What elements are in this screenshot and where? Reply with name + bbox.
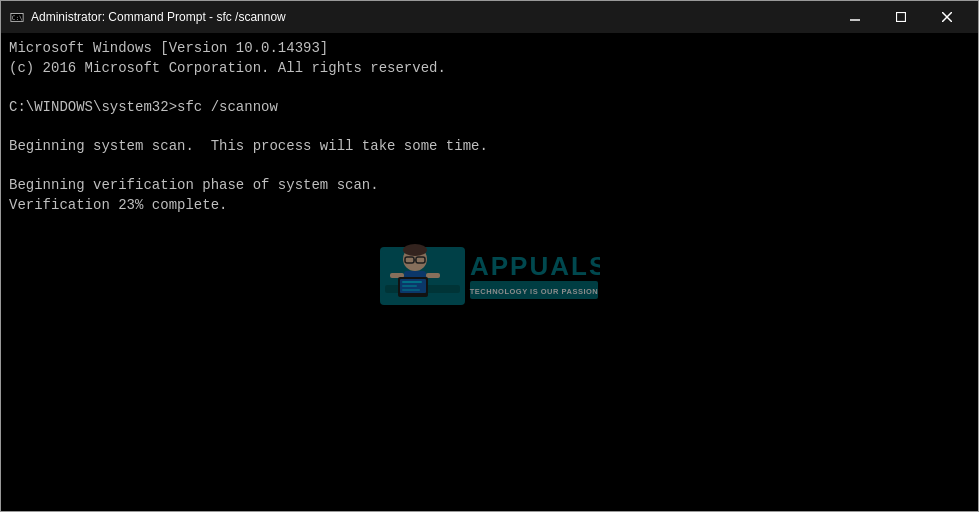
maximize-button[interactable] xyxy=(878,1,924,33)
svg-rect-8 xyxy=(385,285,460,293)
svg-rect-23 xyxy=(470,281,598,299)
svg-rect-11 xyxy=(405,257,414,263)
svg-point-9 xyxy=(403,247,427,271)
svg-rect-7 xyxy=(380,247,465,305)
console-line: Microsoft Windows [Version 10.0.14393] xyxy=(9,39,970,59)
svg-point-10 xyxy=(403,244,427,256)
svg-rect-18 xyxy=(400,279,426,293)
titlebar: C:\ Administrator: Command Prompt - sfc … xyxy=(1,1,978,33)
svg-rect-19 xyxy=(402,281,422,283)
svg-rect-20 xyxy=(402,285,417,287)
svg-rect-15 xyxy=(390,273,404,278)
console-line-empty xyxy=(9,117,970,137)
svg-rect-14 xyxy=(404,271,426,285)
console-output[interactable]: Microsoft Windows [Version 10.0.14393] (… xyxy=(1,33,978,511)
console-scan-start: Beginning system scan. This process will… xyxy=(9,137,970,157)
svg-rect-16 xyxy=(426,273,440,278)
close-button[interactable] xyxy=(924,1,970,33)
console-line-empty xyxy=(9,157,970,177)
svg-text:TECHNOLOGY IS OUR PASSION: TECHNOLOGY IS OUR PASSION xyxy=(469,287,598,296)
console-verification-progress: Verification 23% complete. xyxy=(9,196,970,216)
console-verification-start: Beginning verification phase of system s… xyxy=(9,176,970,196)
titlebar-controls xyxy=(832,1,970,33)
window-icon: C:\ xyxy=(9,9,25,25)
svg-rect-21 xyxy=(402,289,420,291)
svg-text:APPUALS: APPUALS xyxy=(470,251,600,281)
console-line: (c) 2016 Microsoft Corporation. All righ… xyxy=(9,59,970,79)
window-title: Administrator: Command Prompt - sfc /sca… xyxy=(31,10,832,24)
watermark: APPUALS TECHNOLOGY IS OUR PASSION xyxy=(380,237,600,307)
svg-text:C:\: C:\ xyxy=(12,14,23,21)
svg-rect-12 xyxy=(416,257,425,263)
cmd-window: C:\ Administrator: Command Prompt - sfc … xyxy=(0,0,979,512)
console-line-empty xyxy=(9,78,970,98)
minimize-button[interactable] xyxy=(832,1,878,33)
svg-rect-17 xyxy=(398,277,428,297)
svg-rect-4 xyxy=(897,13,906,22)
console-command-line: C:\WINDOWS\system32>sfc /scannow xyxy=(9,98,970,118)
